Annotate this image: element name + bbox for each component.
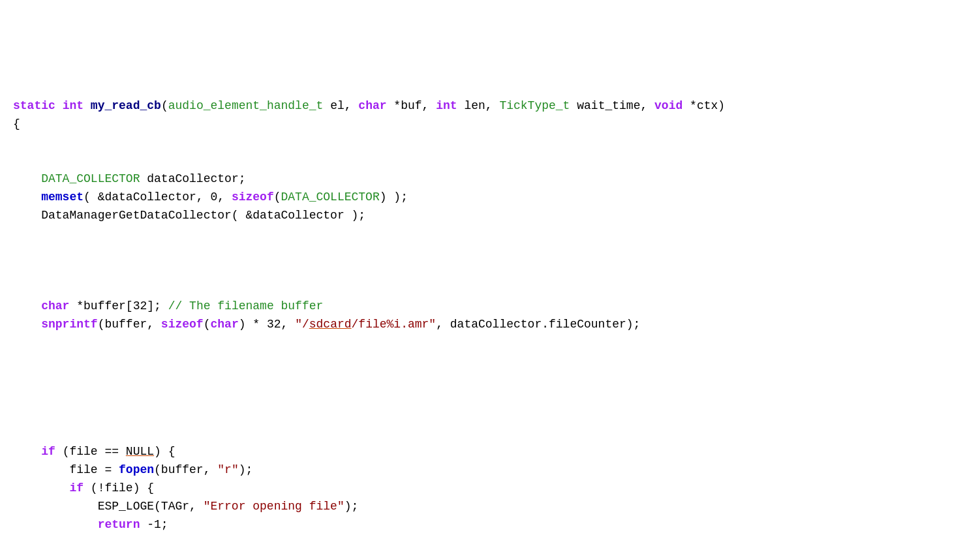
keyword-static: static bbox=[13, 99, 55, 112]
sizeof-arg-1: ( bbox=[274, 191, 281, 204]
type-data-collector-2: DATA_COLLECTOR bbox=[281, 191, 380, 204]
string-r: "r" bbox=[217, 463, 238, 476]
keyword-if-1: if bbox=[41, 445, 55, 458]
keyword-int: int bbox=[63, 99, 84, 112]
keyword-int-2: int bbox=[436, 99, 457, 112]
line-if-not-file: if (!file) { bbox=[13, 482, 154, 495]
code-editor: static int my_read_cb(audio_element_hand… bbox=[13, 80, 967, 535]
line-snprintf: snprintf(buffer, sizeof(char) * 32, "/sd… bbox=[13, 318, 640, 331]
param-4: wait_time, bbox=[570, 99, 654, 112]
function-name: my_read_cb bbox=[91, 99, 161, 112]
param-1: el, bbox=[323, 99, 358, 112]
line-data-collector-decl: DATA_COLLECTOR dataCollector; bbox=[13, 172, 245, 185]
param-2: *buf, bbox=[387, 99, 436, 112]
keyword-char-1: char bbox=[358, 99, 386, 112]
param-type-2: TickType_t bbox=[499, 99, 570, 112]
line-brace-open: { bbox=[13, 117, 20, 130]
fn-fopen: fopen bbox=[119, 463, 154, 476]
keyword-char-3: char bbox=[210, 318, 238, 331]
buffer-decl: *buffer[32]; bbox=[69, 299, 168, 313]
sizeof-close-2: ) * 32, bbox=[239, 318, 295, 331]
fopen-args: (buffer, bbox=[154, 463, 217, 476]
keyword-return-1: return bbox=[98, 518, 140, 531]
line-char-buffer: char *buffer[32]; // The filename buffer bbox=[13, 299, 323, 313]
string-error: "Error opening file" bbox=[204, 500, 345, 513]
line-data-manager: DataManagerGetDataCollector( &dataCollec… bbox=[13, 209, 365, 222]
sizeof-close-1: ) ); bbox=[380, 191, 408, 204]
fn-memset: memset bbox=[41, 191, 84, 204]
sizeof-open-2: ( bbox=[204, 318, 211, 331]
keyword-sizeof-2: sizeof bbox=[161, 318, 204, 331]
var-data-collector: dataCollector; bbox=[140, 172, 245, 185]
fn-data-manager: DataManagerGetDataCollector( &dataCollec… bbox=[41, 209, 365, 222]
line-1: static int my_read_cb(audio_element_hand… bbox=[13, 99, 725, 112]
line-memset: memset( &dataCollector, 0, sizeof(DATA_C… bbox=[13, 191, 408, 204]
if-condition-1: (file == bbox=[55, 445, 126, 458]
snprintf-open: (buffer, bbox=[98, 318, 161, 331]
param-5: *ctx) bbox=[682, 99, 725, 112]
null-literal: NULL) { bbox=[126, 445, 176, 458]
line-esp-loge: ESP_LOGE(TAGr, "Error opening file"); bbox=[13, 500, 358, 513]
string-path: "/sdcard/file%i.amr" bbox=[295, 318, 436, 331]
paren-open: ( bbox=[161, 99, 168, 112]
line-return-minus1: return -1; bbox=[13, 518, 168, 531]
keyword-if-2: if bbox=[69, 482, 84, 495]
param-3: len, bbox=[457, 99, 500, 112]
type-data-collector: DATA_COLLECTOR bbox=[41, 172, 140, 185]
esp-loge-close: ); bbox=[345, 500, 359, 513]
keyword-void: void bbox=[654, 99, 682, 112]
var-file: file = bbox=[69, 463, 119, 476]
fn-esp-loge: ESP_LOGE(TAGr, bbox=[98, 500, 204, 513]
line-fopen: file = fopen(buffer, "r"); bbox=[13, 463, 253, 476]
fn-snprintf: snprintf bbox=[41, 318, 97, 331]
line-if-file-null: if (file == NULL) { bbox=[13, 445, 175, 458]
return-val-1: -1; bbox=[140, 518, 168, 531]
memset-args: ( &dataCollector, 0, bbox=[84, 191, 232, 204]
comment-filename: // The filename buffer bbox=[168, 299, 324, 313]
keyword-char-2: char bbox=[41, 299, 69, 313]
snprintf-rest: , dataCollector.fileCounter); bbox=[436, 318, 640, 331]
if-condition-2: (!file) { bbox=[84, 482, 154, 495]
fopen-close: ); bbox=[239, 463, 253, 476]
keyword-sizeof-1: sizeof bbox=[232, 191, 274, 204]
param-type-1: audio_element_handle_t bbox=[168, 99, 324, 112]
